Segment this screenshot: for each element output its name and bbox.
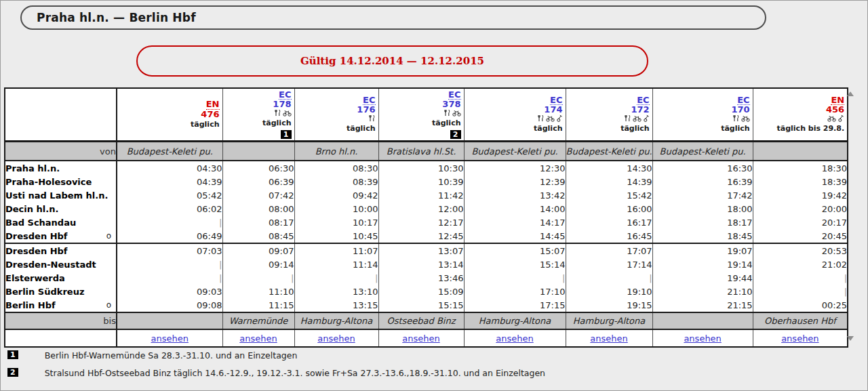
ansehen-link[interactable]: ansehen <box>402 333 439 344</box>
train-type-link[interactable]: EN <box>831 96 844 106</box>
train-header-cell: EN476täglich <box>117 88 222 142</box>
time-cell: 18:17 <box>652 215 753 229</box>
station-stop-marker: o <box>106 300 116 310</box>
page-title: Praha hl.n. — Berlin Hbf <box>20 5 766 30</box>
ansehen-link[interactable]: ansehen <box>317 333 355 344</box>
time-cell: 14:00 <box>464 202 566 215</box>
time-cell: 09:03 <box>117 285 222 298</box>
train-type-link[interactable]: EC <box>550 96 562 106</box>
time-cell: 13:15 <box>294 298 378 312</box>
time-cell: 11:15 <box>222 298 294 312</box>
destination-cell <box>652 312 753 329</box>
pass-through-cell: | <box>464 271 566 285</box>
scrollbar[interactable] <box>846 89 856 344</box>
destination-cell: Oberhausen Hbf <box>753 312 848 329</box>
time-cell: 21:02 <box>753 258 848 271</box>
ansehen-link[interactable]: ansehen <box>590 333 627 344</box>
time-cell: 20:53 <box>753 243 848 258</box>
train-operating-days: täglich <box>721 124 749 133</box>
train-type-link[interactable]: EC <box>363 96 375 106</box>
station-row: Elsterwerda|||13:46||19:44| <box>5 271 848 285</box>
time-cell: 13:42 <box>464 188 566 202</box>
train-operating-days: täglich <box>620 124 649 133</box>
train-service-icons <box>624 117 650 124</box>
train-header: EC170täglich <box>653 89 753 140</box>
time-cell: 08:30 <box>294 161 378 175</box>
time-cell: 18:30 <box>753 161 848 175</box>
train-footnote-badge: 2 <box>450 130 461 139</box>
footnote-row-1: 1 Berlin Hbf-Warnemünde Sa 28.3.-31.10. … <box>7 350 855 361</box>
ansehen-link[interactable]: ansehen <box>151 333 189 344</box>
time-cell: 15:15 <box>378 298 464 312</box>
time-cell: 07:03 <box>117 243 222 258</box>
bike-reservation-icon <box>556 114 563 124</box>
time-cell: 07:42 <box>222 188 294 202</box>
train-type-link[interactable]: EC <box>637 96 649 106</box>
ansehen-link[interactable]: ansehen <box>684 333 721 344</box>
time-cell: 12:00 <box>378 202 464 215</box>
train-type-link[interactable]: EC <box>279 90 291 100</box>
origin-cell <box>753 142 848 161</box>
ansehen-link[interactable]: ansehen <box>781 333 818 344</box>
origin-cell: Brno hl.n. <box>294 142 378 161</box>
ansehen-link[interactable]: ansehen <box>496 333 533 344</box>
footnotes: 1 Berlin Hbf-Warnemünde Sa 28.3.-31.10. … <box>7 350 855 386</box>
destination-cell: Hamburg-Altona <box>294 312 378 329</box>
time-cell: 10:17 <box>294 215 378 229</box>
time-cell: 04:30 <box>117 161 222 175</box>
train-type-link[interactable]: EN <box>206 100 220 110</box>
train-header-cell: EC178täglich1 <box>222 88 294 142</box>
time-cell: 12:39 <box>464 175 566 188</box>
train-footnote-badge: 1 <box>281 130 292 139</box>
time-cell: 08:00 <box>222 202 294 215</box>
restaurant-icon <box>732 114 740 124</box>
time-cell: 17:42 <box>652 188 753 202</box>
station-name: Bad Schandau <box>5 218 76 228</box>
scroll-down-icon[interactable] <box>847 336 854 341</box>
time-cell: 20:17 <box>753 215 848 229</box>
ansehen-cell: ansehen <box>222 329 294 347</box>
scroll-up-icon[interactable] <box>847 91 854 96</box>
ansehen-link[interactable]: ansehen <box>239 333 277 344</box>
time-cell: 14:17 <box>464 215 566 229</box>
links-empty-cell <box>5 329 117 347</box>
footnote-2-badge: 2 <box>7 368 18 377</box>
time-cell: 18:39 <box>753 175 848 188</box>
time-cell: 19:07 <box>652 243 753 258</box>
station-name-cell: Bad Schandau <box>5 215 117 229</box>
station-row: Bad Schandau|08:1710:1712:1714:1716:1718… <box>5 215 848 229</box>
ansehen-cell: ansehen <box>566 329 652 347</box>
time-cell: 10:00 <box>294 202 378 215</box>
restaurant-icon <box>368 114 376 124</box>
ansehen-cell: ansehen <box>753 329 848 347</box>
origin-cell: Budapest-Keleti pu. <box>566 142 652 161</box>
station-row: Berlin Hbfo09:0811:1513:1515:1517:1519:1… <box>5 298 848 312</box>
station-name: Berlin Südkreuz <box>5 287 84 297</box>
train-type-link[interactable]: EC <box>448 90 460 100</box>
time-cell: 16:30 <box>652 161 753 175</box>
train-header-cell: EC378täglich2 <box>378 88 464 142</box>
time-cell: 15:14 <box>464 258 566 271</box>
destination-cell: Ostseebad Binz <box>378 312 464 329</box>
station-name: Dresden-Neustadt <box>5 260 96 270</box>
time-cell: 08:45 <box>222 229 294 243</box>
origin-cell: Bratislava hl.St. <box>378 142 464 161</box>
train-header-row: EN476täglichEC178täglich1EC176täglichEC3… <box>5 88 848 142</box>
origin-cell <box>222 142 294 161</box>
time-cell: 17:14 <box>566 258 652 271</box>
train-operating-days: täglich <box>534 124 562 133</box>
bicycle-icon <box>546 114 555 124</box>
time-cell: 04:39 <box>117 175 222 188</box>
bicycle-icon <box>452 108 461 119</box>
train-header: EC176täglich <box>295 89 378 140</box>
von-label-cell: von <box>5 142 117 161</box>
destination-cell <box>117 312 222 329</box>
station-name: Praha hl.n. <box>5 163 60 173</box>
destination-cell: Warnemünde <box>222 312 294 329</box>
validity-text: Gültig 14.12.2014 — 12.12.2015 <box>300 55 484 67</box>
train-type-link[interactable]: EC <box>737 96 749 106</box>
ansehen-cell: ansehen <box>652 329 753 347</box>
restaurant-icon <box>537 114 545 124</box>
time-cell: 08:39 <box>294 175 378 188</box>
station-name-cell: Berlin Südkreuz <box>5 285 117 298</box>
